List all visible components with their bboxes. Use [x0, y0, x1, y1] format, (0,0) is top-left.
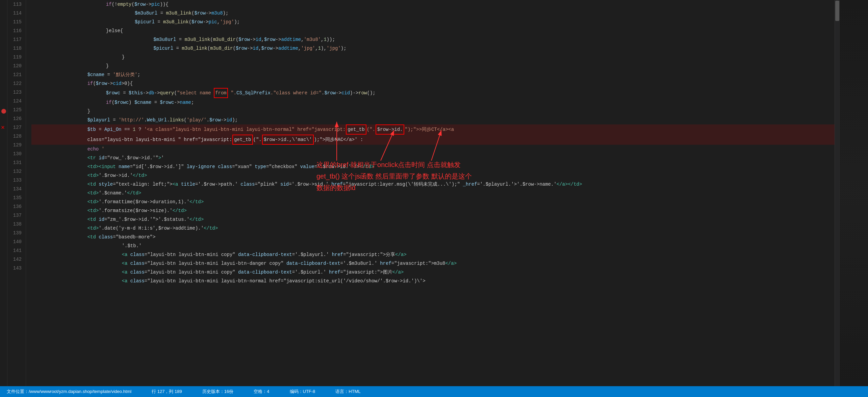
code-line-139: '.$tb.'	[31, 241, 835, 250]
line-number: 115	[9, 18, 22, 26]
code-line-122: if($row->cid>0){	[31, 79, 835, 88]
code-line-127: $tb = Api_On == 1 ? '<a class="layui-btn…	[31, 124, 835, 135]
line-number: 143	[9, 264, 22, 273]
code-line-135: <td>'.formatsize($row->size).'</td>	[31, 206, 835, 215]
line-numbers: 113 114 115 116 117 118 119 120 121 122 …	[7, 0, 26, 386]
status-bar: 文件位置：/www/wwwroot/yzm.dapian.shop/templa…	[0, 386, 868, 397]
line-number: 134	[9, 185, 22, 193]
code-line-125: }	[31, 107, 835, 116]
line-number: 138	[9, 220, 22, 229]
code-line-113: if(!empty($row->pic)){	[31, 0, 835, 9]
line-number: 123	[9, 88, 22, 97]
code-line-127-cont: class="layui-btn layui-btn-mini " href="…	[31, 135, 835, 145]
encoding: 编码：UTF-8	[290, 389, 315, 395]
file-path: 文件位置：/www/wwwroot/yzm.dapian.shop/templa…	[7, 389, 131, 395]
gutter: ✕	[0, 0, 7, 386]
code-line-141: <a class="layui-btn layui-btn-mini layui…	[31, 259, 835, 268]
code-line-136: <td id="zm_'.$row->id.'">'.$status.'</td…	[31, 215, 835, 224]
code-line-143: <a class="layui-btn layui-btn-mini layui…	[31, 277, 835, 285]
code-line-129: <tr id="row_'.$row->id.'">'	[31, 154, 835, 162]
code-line-142: <a class="layui-btn layui-btn-mini copy"…	[31, 268, 835, 277]
code-area: ✕ 113 114 115 116 117 118 119 120 121 12…	[0, 0, 868, 386]
line-number: 135	[9, 193, 22, 202]
code-line-119: }	[31, 53, 835, 62]
code-line-116: }else{	[31, 26, 835, 35]
code-line-124: if($rowc) $cname = $rowc->name;	[31, 98, 835, 107]
line-number: 133	[9, 176, 22, 185]
code-line-131: <td>'.$row->id.'</td>	[31, 171, 835, 180]
line-number: 130	[9, 149, 22, 158]
code-line-130: <td><input name="id['.$row->id.']" lay-i…	[31, 162, 835, 171]
line-number: 113	[9, 0, 22, 9]
code-line-134: <td>'.formattime($row->duration,1).'</td…	[31, 197, 835, 206]
code-line-123: $rowc = $this->db->query("select name fr…	[31, 88, 835, 98]
code-content[interactable]: if(!empty($row->pic)){ $m3u8url = m3u8_l…	[26, 0, 835, 386]
line-number: 114	[9, 9, 22, 18]
breakpoint	[1, 109, 6, 114]
code-line-133: <td>'.$cname.'</td>	[31, 189, 835, 197]
code-line-118: $picurl = m3u8_link(m3u8_dir($row->id,$r…	[31, 44, 835, 53]
line-number: 122	[9, 79, 22, 88]
line-number: 117	[9, 35, 22, 44]
line-number: 139	[9, 229, 22, 237]
line-number: 141	[9, 246, 22, 255]
line-number: 118	[9, 44, 22, 53]
code-line-128: echo '	[31, 145, 835, 154]
editor-container: ✕ 113 114 115 116 117 118 119 120 121 12…	[0, 0, 868, 397]
line-number: 127	[9, 123, 22, 132]
code-line-115: $picurl = m3u8_link($row->pic,'jpg');	[31, 18, 835, 26]
history-version: 历史版本：16份	[202, 389, 233, 395]
line-number: 119	[9, 53, 22, 62]
scrollbar[interactable]	[835, 0, 839, 386]
line-number: 137	[9, 211, 22, 220]
code-line-121: $cname = '默认分类';	[31, 70, 835, 79]
minimap	[839, 0, 868, 386]
code-line-132: <td style="text-align: left;"><a title='…	[31, 180, 835, 189]
line-number: 124	[9, 97, 22, 106]
code-line-137: <td>'.date('y-m-d H:i:s',$row->addtime).…	[31, 224, 835, 233]
code-line-138: <td class="basedb-more">	[31, 233, 835, 241]
line-number: 140	[9, 237, 22, 246]
line-number: 142	[9, 255, 22, 264]
line-number: 131	[9, 158, 22, 167]
line-number: 129	[9, 141, 22, 149]
line-number: 125	[9, 106, 22, 114]
code-line-114: $m3u8url = m3u8_link($row->m3u8);	[31, 9, 835, 18]
line-number: 116	[9, 26, 22, 35]
code-line-120: }	[31, 62, 835, 70]
line-number: 128	[9, 132, 22, 141]
code-line-126: $playurl = 'http://'.Web_Url.links('play…	[31, 116, 835, 124]
cursor-position: 行 127，列 189	[152, 389, 182, 395]
line-number: 121	[9, 70, 22, 79]
scroll-thumb[interactable]	[835, 1, 839, 21]
line-number: 120	[9, 62, 22, 70]
line-number: 132	[9, 167, 22, 176]
language: 语言：HTML	[335, 389, 360, 395]
code-line-140: <a class="layui-btn layui-btn-mini copy"…	[31, 250, 835, 259]
space-setting: 空格：4	[254, 389, 269, 395]
code-line-117: $m3u8url = m3u8_link(m3u8_dir($row->id,$…	[31, 35, 835, 44]
error-marker: ✕	[1, 123, 5, 132]
line-number: 136	[9, 202, 22, 211]
line-number: 126	[9, 114, 22, 123]
